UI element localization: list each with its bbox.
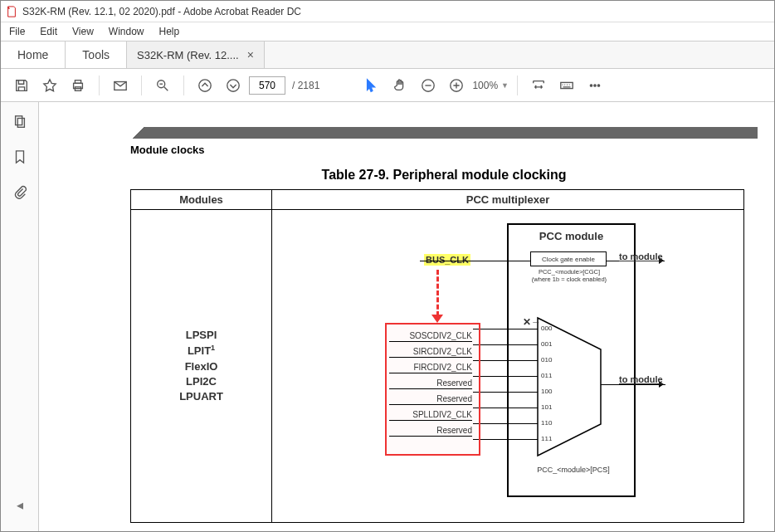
svg-rect-13 (15, 116, 22, 125)
mux-code: 100 (541, 388, 552, 395)
svg-rect-1 (75, 80, 80, 83)
pointer-icon[interactable] (359, 73, 384, 98)
tab-home[interactable]: Home (1, 41, 66, 68)
section-header-bar (130, 127, 758, 139)
close-icon[interactable]: × (247, 48, 254, 61)
page-down-icon[interactable] (221, 73, 246, 98)
table-caption: Table 27-9. Peripheral module clocking (130, 168, 758, 183)
collapse-sidebar-icon[interactable]: ◂ (10, 495, 30, 515)
clk-source: SIRCDIV2_CLK (389, 347, 472, 358)
to-module-label-1: to module (619, 251, 663, 261)
fit-width-icon[interactable] (526, 73, 551, 98)
mux-input-line (473, 329, 538, 329)
document-viewport[interactable]: Module clocks Table 27-9. Peripheral mod… (39, 102, 774, 531)
svg-point-12 (597, 84, 599, 85)
diagram-cell: PCC module BUS_CLK Clock gate enable PCC… (272, 210, 744, 523)
mux-input-line (473, 360, 538, 361)
pcc-diagram: PCC module BUS_CLK Clock gate enable PCC… (279, 217, 737, 515)
pcc-module-title: PCC module (509, 230, 634, 242)
print-icon[interactable] (66, 73, 90, 98)
page-number-input[interactable] (249, 76, 285, 95)
clk-source: Reserved (389, 426, 472, 437)
module-item: FlexIO (138, 359, 265, 374)
mux-input-line (473, 423, 538, 424)
cgc-label-1: PCC_<module>[CGC] (528, 268, 611, 276)
page-up-icon[interactable] (193, 73, 217, 98)
module-item: LPSPI (138, 328, 265, 343)
clk-source: Reserved (389, 394, 472, 405)
bookmark-icon[interactable] (10, 147, 30, 167)
tabs-row: Home Tools S32K-RM (Rev. 12.... × (1, 41, 774, 69)
red-dashed-line (436, 270, 439, 316)
mux-code: 111 (541, 435, 552, 442)
title-bar: S32K-RM (Rev. 12.1, 02 2020).pdf - Adobe… (1, 1, 774, 22)
zoom-in-icon[interactable] (444, 73, 469, 98)
mux-input-line (473, 408, 538, 408)
clock-gate-label: PCC_<module>[CGC] (where 1b = clock enab… (528, 268, 611, 283)
tab-tools[interactable]: Tools (66, 41, 127, 68)
svg-rect-9 (561, 82, 573, 88)
mux-input-line (473, 439, 538, 440)
more-icon[interactable] (582, 73, 607, 98)
table-row: LPSPI LPIT1 FlexIO LPI2C LPUART PCC modu… (131, 210, 744, 523)
menu-window[interactable]: Window (109, 26, 144, 37)
menu-file[interactable]: File (9, 26, 25, 37)
mux-x-mark: ✕→ (523, 316, 541, 328)
menu-edit[interactable]: Edit (40, 26, 57, 37)
toolbar-separator (183, 76, 184, 95)
svg-point-5 (199, 79, 211, 90)
zoom-value: 100% (472, 80, 498, 91)
section-name: Module clocks (130, 144, 758, 156)
toolbar-separator (141, 76, 142, 95)
menu-bar: File Edit View Window Help (1, 22, 774, 41)
menu-view[interactable]: View (72, 26, 94, 37)
module-lpit: LPIT (188, 344, 211, 357)
mux-code: 000 (541, 325, 552, 332)
clk-source: SOSCDIV2_CLK (389, 331, 472, 342)
thumbnails-icon[interactable] (10, 112, 30, 132)
search-icon[interactable] (150, 73, 175, 98)
window-title: S32K-RM (Rev. 12.1, 02 2020).pdf - Adobe… (22, 6, 301, 17)
page-total-label: / 2181 (292, 80, 319, 91)
module-table: Modules PCC multiplexer LPSPI LPIT1 Flex… (130, 189, 744, 523)
sidebar: ◂ (1, 102, 39, 531)
mux-code: 010 (541, 356, 552, 364)
pcs-label: PCC_<module>[PCS] (524, 466, 623, 474)
to-module-label-2: to module (619, 374, 663, 384)
chevron-down-icon: ▼ (501, 81, 509, 90)
svg-point-6 (227, 79, 239, 90)
module-item: LPUART (138, 389, 265, 404)
toolbar: / 2181 100% ▼ (1, 69, 774, 102)
save-icon[interactable] (9, 73, 34, 98)
bus-clk-label: BUS_CLK (424, 254, 470, 266)
mux-code: 110 (541, 419, 552, 427)
menu-help[interactable]: Help (159, 26, 180, 37)
mux-code: 011 (541, 372, 552, 379)
mux-input-line (473, 344, 538, 345)
svg-point-10 (590, 84, 592, 85)
svg-rect-14 (17, 119, 24, 128)
mux-code: 101 (541, 403, 552, 411)
modules-cell: LPSPI LPIT1 FlexIO LPI2C LPUART (131, 210, 272, 523)
clock-gate-box: Clock gate enable (530, 251, 607, 266)
zoom-dropdown[interactable]: 100% ▼ (472, 80, 509, 91)
table-header-row: Modules PCC multiplexer (131, 190, 744, 210)
col-pcc: PCC multiplexer (272, 190, 744, 210)
col-modules: Modules (131, 190, 272, 210)
mail-icon[interactable] (108, 73, 133, 98)
clk-source: FIRCDIV2_CLK (389, 363, 472, 373)
star-icon[interactable] (37, 73, 62, 98)
cgc-label-2: (where 1b = clock enabled) (528, 276, 611, 283)
main-area: ◂ Module clocks Table 27-9. Peripheral m… (1, 102, 774, 531)
attachment-icon[interactable] (10, 182, 30, 202)
tab-document[interactable]: S32K-RM (Rev. 12.... × (127, 41, 265, 68)
modules-list: LPSPI LPIT1 FlexIO LPI2C LPUART (138, 328, 265, 404)
module-lpit-sup: 1 (211, 344, 215, 352)
module-item: LPIT1 (138, 343, 265, 359)
keyboard-icon[interactable] (554, 73, 579, 98)
mux-code: 001 (541, 340, 552, 348)
mux-input-line (473, 376, 538, 377)
zoom-out-icon[interactable] (416, 73, 441, 98)
hand-icon[interactable] (388, 73, 412, 98)
mux-input-line (473, 392, 538, 393)
